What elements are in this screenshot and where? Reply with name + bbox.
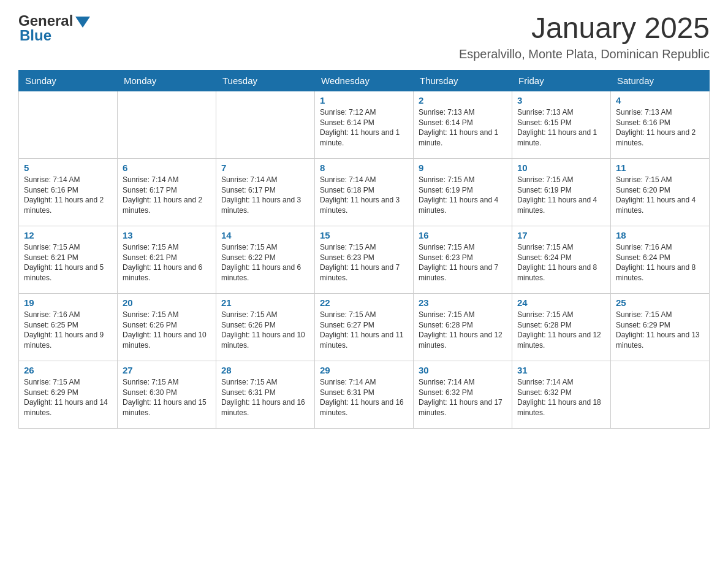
day-info: Sunrise: 7:15 AM Sunset: 6:26 PM Dayligh… — [221, 310, 309, 351]
day-info: Sunrise: 7:13 AM Sunset: 6:16 PM Dayligh… — [616, 107, 704, 148]
day-number: 5 — [24, 163, 112, 173]
day-info: Sunrise: 7:13 AM Sunset: 6:14 PM Dayligh… — [419, 107, 507, 148]
day-number: 11 — [616, 163, 704, 173]
calendar-cell: 19Sunrise: 7:16 AM Sunset: 6:25 PM Dayli… — [19, 293, 118, 361]
day-info: Sunrise: 7:15 AM Sunset: 6:23 PM Dayligh… — [320, 242, 408, 283]
day-info: Sunrise: 7:14 AM Sunset: 6:17 PM Dayligh… — [123, 175, 211, 216]
day-number: 30 — [419, 365, 507, 375]
day-number: 15 — [320, 230, 408, 240]
calendar-cell: 30Sunrise: 7:14 AM Sunset: 6:32 PM Dayli… — [414, 361, 512, 428]
day-number: 18 — [616, 230, 704, 240]
calendar-cell: 20Sunrise: 7:15 AM Sunset: 6:26 PM Dayli… — [118, 293, 216, 361]
day-info: Sunrise: 7:15 AM Sunset: 6:21 PM Dayligh… — [24, 242, 112, 283]
day-info: Sunrise: 7:15 AM Sunset: 6:19 PM Dayligh… — [517, 175, 605, 216]
calendar-cell: 23Sunrise: 7:15 AM Sunset: 6:28 PM Dayli… — [414, 293, 512, 361]
day-info: Sunrise: 7:15 AM Sunset: 6:22 PM Dayligh… — [221, 242, 309, 283]
calendar-cell: 5Sunrise: 7:14 AM Sunset: 6:16 PM Daylig… — [19, 158, 118, 226]
calendar-cell: 7Sunrise: 7:14 AM Sunset: 6:17 PM Daylig… — [216, 158, 315, 226]
day-info: Sunrise: 7:14 AM Sunset: 6:32 PM Dayligh… — [419, 377, 507, 418]
day-info: Sunrise: 7:14 AM Sunset: 6:18 PM Dayligh… — [320, 175, 408, 216]
weekday-header-row: SundayMondayTuesdayWednesdayThursdayFrid… — [19, 70, 710, 91]
day-number: 9 — [419, 163, 507, 173]
day-info: Sunrise: 7:14 AM Sunset: 6:17 PM Dayligh… — [221, 175, 309, 216]
day-info: Sunrise: 7:15 AM Sunset: 6:28 PM Dayligh… — [419, 310, 507, 351]
calendar-cell: 22Sunrise: 7:15 AM Sunset: 6:27 PM Dayli… — [315, 293, 414, 361]
calendar-title: January 2025 — [459, 12, 710, 45]
day-info: Sunrise: 7:15 AM Sunset: 6:29 PM Dayligh… — [24, 377, 112, 418]
title-area: January 2025 Esperalvillo, Monte Plata, … — [459, 12, 710, 61]
calendar-cell: 14Sunrise: 7:15 AM Sunset: 6:22 PM Dayli… — [216, 226, 315, 293]
calendar-cell: 21Sunrise: 7:15 AM Sunset: 6:26 PM Dayli… — [216, 293, 315, 361]
day-info: Sunrise: 7:14 AM Sunset: 6:31 PM Dayligh… — [320, 377, 408, 418]
calendar-cell: 11Sunrise: 7:15 AM Sunset: 6:20 PM Dayli… — [611, 158, 710, 226]
calendar-cell — [611, 361, 710, 428]
calendar-cell: 10Sunrise: 7:15 AM Sunset: 6:19 PM Dayli… — [512, 158, 611, 226]
calendar-table: SundayMondayTuesdayWednesdayThursdayFrid… — [18, 70, 710, 429]
calendar-cell: 6Sunrise: 7:14 AM Sunset: 6:17 PM Daylig… — [118, 158, 216, 226]
calendar-cell: 13Sunrise: 7:15 AM Sunset: 6:21 PM Dayli… — [118, 226, 216, 293]
calendar-cell: 26Sunrise: 7:15 AM Sunset: 6:29 PM Dayli… — [19, 361, 118, 428]
logo-triangle-icon — [75, 17, 90, 28]
day-info: Sunrise: 7:15 AM Sunset: 6:21 PM Dayligh… — [123, 242, 211, 283]
day-info: Sunrise: 7:15 AM Sunset: 6:30 PM Dayligh… — [123, 377, 211, 418]
day-info: Sunrise: 7:16 AM Sunset: 6:24 PM Dayligh… — [616, 242, 704, 283]
day-info: Sunrise: 7:15 AM Sunset: 6:20 PM Dayligh… — [616, 175, 704, 216]
weekday-header-friday: Friday — [512, 70, 611, 91]
day-number: 20 — [123, 297, 211, 308]
day-number: 28 — [221, 365, 309, 375]
day-info: Sunrise: 7:15 AM Sunset: 6:27 PM Dayligh… — [320, 310, 408, 351]
day-number: 23 — [419, 297, 507, 308]
calendar-cell: 8Sunrise: 7:14 AM Sunset: 6:18 PM Daylig… — [315, 158, 414, 226]
day-number: 1 — [320, 95, 408, 105]
logo-blue-text: Blue — [20, 27, 51, 44]
day-number: 24 — [517, 297, 605, 308]
day-number: 3 — [517, 95, 605, 105]
calendar-cell: 16Sunrise: 7:15 AM Sunset: 6:23 PM Dayli… — [414, 226, 512, 293]
day-number: 2 — [419, 95, 507, 105]
day-info: Sunrise: 7:14 AM Sunset: 6:32 PM Dayligh… — [517, 377, 605, 418]
calendar-cell: 18Sunrise: 7:16 AM Sunset: 6:24 PM Dayli… — [611, 226, 710, 293]
calendar-cell: 24Sunrise: 7:15 AM Sunset: 6:28 PM Dayli… — [512, 293, 611, 361]
weekday-header-saturday: Saturday — [611, 70, 710, 91]
day-number: 6 — [123, 163, 211, 173]
day-number: 31 — [517, 365, 605, 375]
day-info: Sunrise: 7:15 AM Sunset: 6:26 PM Dayligh… — [123, 310, 211, 351]
day-info: Sunrise: 7:15 AM Sunset: 6:23 PM Dayligh… — [419, 242, 507, 283]
calendar-cell: 28Sunrise: 7:15 AM Sunset: 6:31 PM Dayli… — [216, 361, 315, 428]
day-number: 26 — [24, 365, 112, 375]
day-number: 10 — [517, 163, 605, 173]
calendar-cell: 17Sunrise: 7:15 AM Sunset: 6:24 PM Dayli… — [512, 226, 611, 293]
calendar-week-row: 26Sunrise: 7:15 AM Sunset: 6:29 PM Dayli… — [19, 361, 710, 428]
day-number: 25 — [616, 297, 704, 308]
calendar-week-row: 19Sunrise: 7:16 AM Sunset: 6:25 PM Dayli… — [19, 293, 710, 361]
calendar-cell: 2Sunrise: 7:13 AM Sunset: 6:14 PM Daylig… — [414, 91, 512, 158]
day-info: Sunrise: 7:16 AM Sunset: 6:25 PM Dayligh… — [24, 310, 112, 351]
day-info: Sunrise: 7:15 AM Sunset: 6:28 PM Dayligh… — [517, 310, 605, 351]
calendar-week-row: 12Sunrise: 7:15 AM Sunset: 6:21 PM Dayli… — [19, 226, 710, 293]
calendar-cell — [19, 91, 118, 158]
calendar-week-row: 1Sunrise: 7:12 AM Sunset: 6:14 PM Daylig… — [19, 91, 710, 158]
day-number: 13 — [123, 230, 211, 240]
weekday-header-thursday: Thursday — [414, 70, 512, 91]
day-number: 19 — [24, 297, 112, 308]
weekday-header-wednesday: Wednesday — [315, 70, 414, 91]
day-number: 27 — [123, 365, 211, 375]
day-info: Sunrise: 7:15 AM Sunset: 6:19 PM Dayligh… — [419, 175, 507, 216]
day-number: 22 — [320, 297, 408, 308]
logo: General Blue — [18, 12, 90, 44]
day-number: 14 — [221, 230, 309, 240]
calendar-cell: 31Sunrise: 7:14 AM Sunset: 6:32 PM Dayli… — [512, 361, 611, 428]
day-info: Sunrise: 7:15 AM Sunset: 6:31 PM Dayligh… — [221, 377, 309, 418]
calendar-cell: 27Sunrise: 7:15 AM Sunset: 6:30 PM Dayli… — [118, 361, 216, 428]
calendar-cell: 25Sunrise: 7:15 AM Sunset: 6:29 PM Dayli… — [611, 293, 710, 361]
day-info: Sunrise: 7:15 AM Sunset: 6:24 PM Dayligh… — [517, 242, 605, 283]
calendar-cell: 4Sunrise: 7:13 AM Sunset: 6:16 PM Daylig… — [611, 91, 710, 158]
day-number: 16 — [419, 230, 507, 240]
weekday-header-monday: Monday — [118, 70, 216, 91]
day-info: Sunrise: 7:14 AM Sunset: 6:16 PM Dayligh… — [24, 175, 112, 216]
day-number: 7 — [221, 163, 309, 173]
day-number: 8 — [320, 163, 408, 173]
calendar-week-row: 5Sunrise: 7:14 AM Sunset: 6:16 PM Daylig… — [19, 158, 710, 226]
day-number: 12 — [24, 230, 112, 240]
day-info: Sunrise: 7:13 AM Sunset: 6:15 PM Dayligh… — [517, 107, 605, 148]
